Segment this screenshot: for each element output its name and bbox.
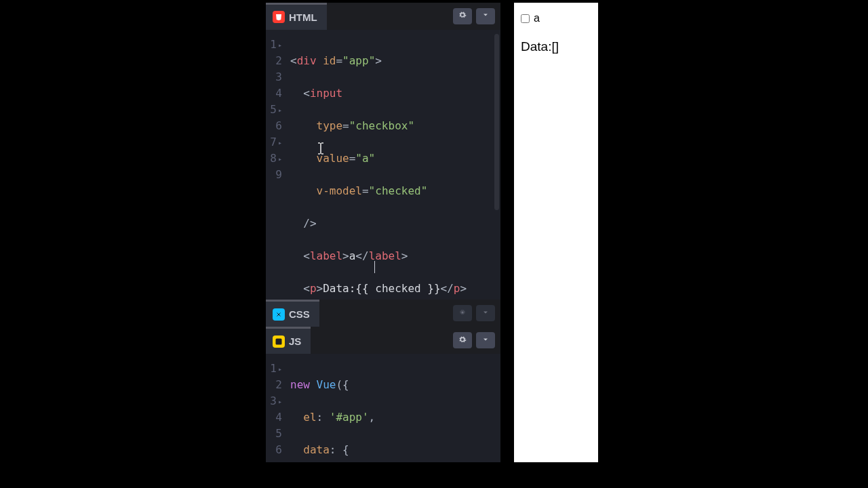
line-number: 4	[266, 85, 282, 102]
css-panel-header: CSS	[266, 300, 500, 327]
gear-icon	[458, 336, 467, 346]
chevron-down-icon	[481, 11, 490, 21]
html-gutter: 1 2 3 4 5 6 7 8 9	[266, 30, 289, 300]
line-number: 6	[266, 118, 282, 134]
chevron-down-icon	[481, 336, 490, 346]
html-badge-icon	[273, 11, 285, 23]
scrollbar-thumb[interactable]	[494, 34, 499, 210]
js-badge-icon	[273, 336, 285, 348]
js-collapse-button[interactable]	[476, 332, 495, 348]
svg-rect-1	[276, 338, 282, 344]
js-code-editor[interactable]: 1 2 3 4 5 6 new Vue({ el: '#app', data: …	[266, 354, 500, 462]
html-panel-label: HTML	[289, 12, 317, 23]
gear-icon	[458, 11, 467, 21]
gear-icon	[458, 308, 467, 319]
html-code-editor[interactable]: 1 2 3 4 5 6 7 8 9 <div id="app"> <input …	[266, 30, 500, 300]
preview-checkbox[interactable]	[521, 14, 530, 23]
line-number: 6	[266, 442, 282, 458]
html-code: <div id="app"> <input type="checkbox" va…	[289, 30, 500, 300]
preview-data-line: Data:[]	[521, 39, 591, 54]
line-number: 9	[266, 167, 282, 183]
preview-checkbox-row: a	[521, 12, 591, 24]
line-number: 5	[266, 426, 282, 442]
css-badge-icon	[273, 308, 285, 321]
html-settings-button[interactable]	[453, 8, 472, 24]
css-panel-tab[interactable]: CSS	[266, 300, 319, 327]
html-panel-actions	[453, 8, 500, 24]
codepen-stage: HTML 1 2 3 4 5 6 7 8 9	[266, 3, 598, 462]
css-panel-label: CSS	[289, 308, 310, 320]
html-panel-tab[interactable]: HTML	[266, 3, 327, 30]
js-panel-header: JS	[266, 327, 500, 354]
preview-pane: a Data:[]	[514, 3, 598, 462]
js-code: new Vue({ el: '#app', data: { checked: […	[289, 354, 500, 462]
js-gutter: 1 2 3 4 5 6	[266, 354, 289, 462]
html-panel-header: HTML	[266, 3, 500, 30]
line-number: 8	[266, 150, 282, 167]
js-panel-actions	[453, 332, 500, 348]
line-number: 3	[266, 69, 282, 85]
line-number: 2	[266, 53, 282, 69]
js-panel-tab[interactable]: JS	[266, 327, 311, 354]
css-collapse-button[interactable]	[476, 305, 495, 321]
preview-checkbox-label: a	[534, 12, 540, 24]
line-number: 1	[266, 361, 282, 377]
js-panel-label: JS	[289, 336, 301, 347]
editors-column: HTML 1 2 3 4 5 6 7 8 9	[266, 3, 500, 462]
line-number: 3	[266, 393, 282, 409]
html-collapse-button[interactable]	[476, 8, 495, 24]
chevron-down-icon	[481, 308, 490, 319]
line-number: 4	[266, 409, 282, 426]
js-settings-button[interactable]	[453, 332, 472, 348]
line-number: 5	[266, 102, 282, 118]
css-panel-actions	[453, 305, 500, 321]
line-number: 2	[266, 377, 282, 393]
line-number: 1	[266, 37, 282, 53]
css-settings-button[interactable]	[453, 305, 472, 321]
line-number: 7	[266, 134, 282, 150]
